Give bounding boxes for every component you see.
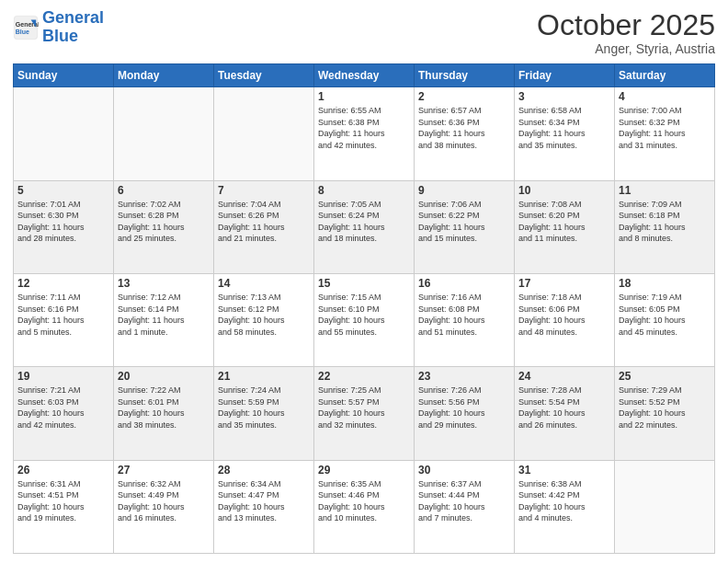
day-info: Sunrise: 6:32 AM Sunset: 4:49 PM Dayligh…: [118, 478, 210, 524]
calendar-cell: 20Sunrise: 7:22 AM Sunset: 6:01 PM Dayli…: [114, 367, 214, 460]
day-info: Sunrise: 7:06 AM Sunset: 6:22 PM Dayligh…: [418, 199, 510, 245]
calendar-cell: 8Sunrise: 7:05 AM Sunset: 6:24 PM Daylig…: [314, 180, 415, 273]
calendar-cell: 31Sunrise: 6:38 AM Sunset: 4:42 PM Dayli…: [515, 460, 615, 553]
week-row-5: 26Sunrise: 6:31 AM Sunset: 4:51 PM Dayli…: [14, 460, 715, 553]
calendar-cell: 13Sunrise: 7:12 AM Sunset: 6:14 PM Dayli…: [114, 273, 214, 366]
calendar-cell: 21Sunrise: 7:24 AM Sunset: 5:59 PM Dayli…: [214, 367, 314, 460]
day-number: 10: [518, 184, 610, 197]
col-sunday: Sunday: [14, 64, 114, 87]
logo: General Blue General Blue: [13, 9, 104, 46]
day-number: 28: [218, 464, 310, 477]
day-number: 29: [318, 464, 410, 477]
day-number: 27: [118, 464, 210, 477]
calendar-cell: 1Sunrise: 6:55 AM Sunset: 6:38 PM Daylig…: [314, 87, 415, 180]
calendar-cell: 29Sunrise: 6:35 AM Sunset: 4:46 PM Dayli…: [314, 460, 415, 553]
day-info: Sunrise: 7:16 AM Sunset: 6:08 PM Dayligh…: [418, 292, 510, 338]
calendar-cell: 25Sunrise: 7:29 AM Sunset: 5:52 PM Dayli…: [615, 367, 715, 460]
day-number: 26: [17, 464, 109, 477]
calendar-cell: 23Sunrise: 7:26 AM Sunset: 5:56 PM Dayli…: [415, 367, 515, 460]
calendar-cell: 17Sunrise: 7:18 AM Sunset: 6:06 PM Dayli…: [515, 273, 615, 366]
col-wednesday: Wednesday: [314, 64, 415, 87]
day-info: Sunrise: 7:00 AM Sunset: 6:32 PM Dayligh…: [619, 105, 711, 151]
col-thursday: Thursday: [415, 64, 515, 87]
day-number: 4: [619, 90, 711, 103]
day-info: Sunrise: 6:35 AM Sunset: 4:46 PM Dayligh…: [318, 478, 410, 524]
day-info: Sunrise: 6:31 AM Sunset: 4:51 PM Dayligh…: [17, 478, 109, 524]
day-number: 2: [418, 90, 510, 103]
calendar-cell: 9Sunrise: 7:06 AM Sunset: 6:22 PM Daylig…: [415, 180, 515, 273]
svg-text:Blue: Blue: [16, 29, 29, 35]
calendar-cell: 16Sunrise: 7:16 AM Sunset: 6:08 PM Dayli…: [415, 273, 515, 366]
day-info: Sunrise: 6:55 AM Sunset: 6:38 PM Dayligh…: [318, 105, 410, 151]
calendar-cell: 12Sunrise: 7:11 AM Sunset: 6:16 PM Dayli…: [14, 273, 114, 366]
day-number: 14: [218, 277, 310, 290]
day-info: Sunrise: 7:01 AM Sunset: 6:30 PM Dayligh…: [17, 199, 109, 245]
day-info: Sunrise: 7:12 AM Sunset: 6:14 PM Dayligh…: [118, 292, 210, 338]
day-number: 13: [118, 277, 210, 290]
day-info: Sunrise: 6:34 AM Sunset: 4:47 PM Dayligh…: [218, 478, 310, 524]
day-number: 11: [619, 184, 711, 197]
day-number: 3: [518, 90, 610, 103]
day-number: 9: [418, 184, 510, 197]
day-info: Sunrise: 7:18 AM Sunset: 6:06 PM Dayligh…: [518, 292, 610, 338]
logo-text: General Blue: [42, 9, 104, 46]
month-title: October 2025: [537, 9, 715, 41]
day-number: 18: [619, 277, 711, 290]
calendar-cell: 24Sunrise: 7:28 AM Sunset: 5:54 PM Dayli…: [515, 367, 615, 460]
calendar-cell: 22Sunrise: 7:25 AM Sunset: 5:57 PM Dayli…: [314, 367, 415, 460]
day-number: 17: [518, 277, 610, 290]
calendar-cell: 3Sunrise: 6:58 AM Sunset: 6:34 PM Daylig…: [515, 87, 615, 180]
week-row-2: 5Sunrise: 7:01 AM Sunset: 6:30 PM Daylig…: [14, 180, 715, 273]
day-number: 19: [17, 370, 109, 383]
calendar-cell: 18Sunrise: 7:19 AM Sunset: 6:05 PM Dayli…: [615, 273, 715, 366]
week-row-4: 19Sunrise: 7:21 AM Sunset: 6:03 PM Dayli…: [14, 367, 715, 460]
day-info: Sunrise: 7:15 AM Sunset: 6:10 PM Dayligh…: [318, 292, 410, 338]
day-info: Sunrise: 6:57 AM Sunset: 6:36 PM Dayligh…: [418, 105, 510, 151]
logo-general: General: [42, 8, 104, 27]
day-number: 31: [518, 464, 610, 477]
calendar-cell: 19Sunrise: 7:21 AM Sunset: 6:03 PM Dayli…: [14, 367, 114, 460]
calendar-cell: 15Sunrise: 7:15 AM Sunset: 6:10 PM Dayli…: [314, 273, 415, 366]
day-info: Sunrise: 7:11 AM Sunset: 6:16 PM Dayligh…: [17, 292, 109, 338]
day-info: Sunrise: 7:13 AM Sunset: 6:12 PM Dayligh…: [218, 292, 310, 338]
calendar-cell: 26Sunrise: 6:31 AM Sunset: 4:51 PM Dayli…: [14, 460, 114, 553]
calendar-table: Sunday Monday Tuesday Wednesday Thursday…: [13, 63, 715, 554]
day-info: Sunrise: 7:09 AM Sunset: 6:18 PM Dayligh…: [619, 199, 711, 245]
calendar-cell: 7Sunrise: 7:04 AM Sunset: 6:26 PM Daylig…: [214, 180, 314, 273]
day-info: Sunrise: 7:04 AM Sunset: 6:26 PM Dayligh…: [218, 199, 310, 245]
general-blue-icon: General Blue: [13, 15, 39, 40]
day-info: Sunrise: 7:28 AM Sunset: 5:54 PM Dayligh…: [518, 385, 610, 431]
day-info: Sunrise: 6:38 AM Sunset: 4:42 PM Dayligh…: [518, 478, 610, 524]
calendar-cell: 27Sunrise: 6:32 AM Sunset: 4:49 PM Dayli…: [114, 460, 214, 553]
col-saturday: Saturday: [615, 64, 715, 87]
calendar-cell: 6Sunrise: 7:02 AM Sunset: 6:28 PM Daylig…: [114, 180, 214, 273]
day-number: 23: [418, 370, 510, 383]
calendar-cell: [14, 87, 114, 180]
day-info: Sunrise: 7:25 AM Sunset: 5:57 PM Dayligh…: [318, 385, 410, 431]
page: General Blue General Blue October 2025 A…: [0, 0, 728, 563]
calendar-cell: [214, 87, 314, 180]
day-number: 5: [17, 184, 109, 197]
calendar-cell: 2Sunrise: 6:57 AM Sunset: 6:36 PM Daylig…: [415, 87, 515, 180]
col-tuesday: Tuesday: [214, 64, 314, 87]
calendar-cell: 5Sunrise: 7:01 AM Sunset: 6:30 PM Daylig…: [14, 180, 114, 273]
day-number: 24: [518, 370, 610, 383]
day-number: 7: [218, 184, 310, 197]
day-number: 12: [17, 277, 109, 290]
day-number: 20: [118, 370, 210, 383]
day-info: Sunrise: 7:26 AM Sunset: 5:56 PM Dayligh…: [418, 385, 510, 431]
day-number: 8: [318, 184, 410, 197]
col-monday: Monday: [114, 64, 214, 87]
calendar-cell: 11Sunrise: 7:09 AM Sunset: 6:18 PM Dayli…: [615, 180, 715, 273]
day-info: Sunrise: 7:08 AM Sunset: 6:20 PM Dayligh…: [518, 199, 610, 245]
day-number: 6: [118, 184, 210, 197]
day-info: Sunrise: 7:29 AM Sunset: 5:52 PM Dayligh…: [619, 385, 711, 431]
calendar-cell: 4Sunrise: 7:00 AM Sunset: 6:32 PM Daylig…: [615, 87, 715, 180]
week-row-1: 1Sunrise: 6:55 AM Sunset: 6:38 PM Daylig…: [14, 87, 715, 180]
day-number: 21: [218, 370, 310, 383]
calendar-cell: 14Sunrise: 7:13 AM Sunset: 6:12 PM Dayli…: [214, 273, 314, 366]
day-info: Sunrise: 6:58 AM Sunset: 6:34 PM Dayligh…: [518, 105, 610, 151]
day-number: 1: [318, 90, 410, 103]
calendar-cell: 30Sunrise: 6:37 AM Sunset: 4:44 PM Dayli…: [415, 460, 515, 553]
svg-rect-0: [14, 16, 37, 39]
